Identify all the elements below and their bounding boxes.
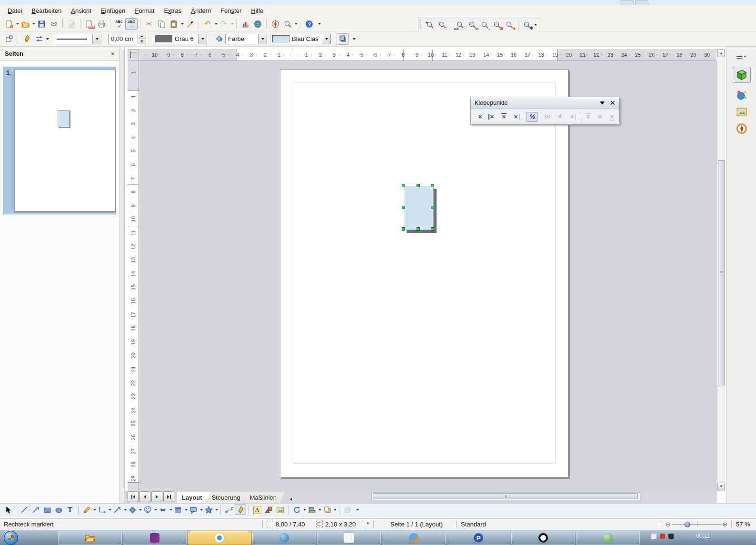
drawing-page[interactable] <box>280 69 568 477</box>
sidebar-menu-button[interactable] <box>736 53 747 60</box>
selection-handle-middle-left[interactable] <box>402 206 405 209</box>
export-pdf-button[interactable]: PDF <box>83 18 95 30</box>
insert-glue-point-button[interactable]: × <box>475 112 486 122</box>
line-width-input[interactable]: 0,00 cm <box>108 34 146 44</box>
zoom-in-icon[interactable]: ⊕ <box>722 521 727 528</box>
help-button[interactable] <box>303 18 315 30</box>
gallery-button[interactable] <box>251 18 264 30</box>
tab-layout[interactable]: Layout <box>177 492 211 503</box>
close-icon[interactable]: × <box>111 50 115 58</box>
taskbar-item-chrome[interactable] <box>188 531 251 545</box>
line-width-value[interactable]: 0,00 cm <box>109 35 138 42</box>
glue-point-relative-button[interactable]: % <box>527 112 537 122</box>
line-width-stepper[interactable] <box>138 34 146 44</box>
zoom-toolbar-overflow[interactable] <box>534 24 537 26</box>
print-button[interactable] <box>95 18 108 30</box>
curve-tool[interactable] <box>81 505 92 515</box>
selection-handle-middle-right[interactable] <box>431 206 434 209</box>
menu-einfuegen[interactable]: Einfügen <box>96 6 130 16</box>
arrow-tool[interactable] <box>30 505 41 515</box>
zoom-out-button[interactable]: − <box>436 19 448 30</box>
save-button[interactable] <box>35 18 48 30</box>
spellcheck-button[interactable]: ABC <box>113 18 125 30</box>
paste-button[interactable] <box>168 18 180 30</box>
undo-button[interactable]: ↶ <box>201 18 214 30</box>
glue-horizontal-center-button[interactable]: × <box>555 112 566 122</box>
symbol-shapes-tool[interactable]: ☺ <box>142 505 153 515</box>
zoom-slider[interactable]: ⊖ ⊕ <box>666 521 727 528</box>
previous-page-button[interactable] <box>139 491 150 502</box>
vertical-scrollbar[interactable] <box>717 49 725 491</box>
toolbar-menu-icon[interactable] <box>600 101 605 105</box>
block-arrows-tool[interactable]: ⇔ <box>157 505 169 515</box>
glue-vertical-top-button[interactable]: × <box>583 112 594 122</box>
panel-splitter[interactable] <box>120 47 125 503</box>
rectangle-tool[interactable] <box>41 505 53 515</box>
arrange-dropdown[interactable] <box>334 509 337 511</box>
taskbar-item-green-orb-app[interactable] <box>576 531 640 545</box>
basic-shapes-tool[interactable] <box>127 505 138 515</box>
menu-aendern[interactable]: Ändern <box>186 6 216 16</box>
chart-button[interactable] <box>239 18 251 30</box>
exit-direction-top-button[interactable]: × <box>498 112 509 122</box>
scroll-down-button[interactable] <box>717 483 725 490</box>
scroll-up-button[interactable] <box>717 50 725 57</box>
glue-vertical-bottom-button[interactable]: × <box>607 112 617 122</box>
line-ends-style-button[interactable] <box>33 33 45 45</box>
line-color-select[interactable]: Grau 6 <box>153 34 207 44</box>
taskbar-item-onenote[interactable] <box>123 531 187 545</box>
selection-handle-top-center[interactable] <box>417 184 420 187</box>
cut-button[interactable]: ✂ <box>143 18 155 30</box>
glue-points-button[interactable] <box>235 505 246 515</box>
position-size-button[interactable] <box>3 33 15 45</box>
edit-file-button[interactable] <box>65 18 78 30</box>
status-page[interactable]: Seite 1 / 1 (Layout) <box>390 521 443 528</box>
toolbar-overflow[interactable] <box>318 23 321 25</box>
fill-style-button[interactable] <box>213 33 225 45</box>
next-page-button[interactable] <box>151 491 162 502</box>
sidebar-tab-images[interactable] <box>733 104 751 120</box>
selection-handle-top-left[interactable] <box>402 184 405 187</box>
menu-ansicht[interactable]: Ansicht <box>66 6 96 16</box>
shadow-toggle-button[interactable] <box>337 33 349 45</box>
taskbar-item-blue-p-app[interactable]: P <box>447 531 510 545</box>
zoom-object-button[interactable]: ▣ <box>491 19 503 30</box>
navigator-button[interactable] <box>269 18 281 30</box>
copy-button[interactable] <box>155 18 168 30</box>
tray-icon-2[interactable] <box>660 534 665 539</box>
horizontal-scrollbar[interactable] <box>371 492 640 500</box>
line-style-select[interactable] <box>54 34 101 44</box>
redo-dropdown[interactable] <box>231 23 234 25</box>
first-page-button[interactable] <box>128 491 139 502</box>
glue-horizontal-right-button[interactable]: × <box>567 112 577 122</box>
glue-horizontal-left-button[interactable]: × <box>543 112 554 122</box>
menu-extras[interactable]: Extras <box>159 6 186 16</box>
menu-hilfe[interactable]: Hilfe <box>246 6 268 16</box>
zoom-100-button[interactable]: 100 <box>454 19 466 30</box>
tabbar-scroll-left[interactable] <box>290 497 292 501</box>
3d-objects-button[interactable] <box>263 505 274 515</box>
zoom-button[interactable] <box>281 18 294 30</box>
callouts-tool[interactable] <box>188 505 199 515</box>
vertical-scrollbar-thumb[interactable] <box>718 160 725 385</box>
fill-color-dropdown[interactable] <box>322 34 330 44</box>
line-color-dropdown[interactable] <box>198 34 207 44</box>
selection-handle-top-right[interactable] <box>431 184 434 187</box>
menu-bearbeiten[interactable]: Bearbeiten <box>27 6 66 16</box>
edit-points-button[interactable] <box>223 505 235 515</box>
taskbar-item-notepad[interactable] <box>317 531 381 545</box>
drawing-canvas[interactable] <box>139 61 717 491</box>
drawing-toolbar-overflow[interactable] <box>356 509 359 511</box>
fill-color-select[interactable]: Blau Clas <box>270 34 331 44</box>
menu-datei[interactable]: Datei <box>3 6 27 16</box>
sidebar-tab-navigator[interactable] <box>733 121 751 137</box>
format-paintbrush-button[interactable] <box>184 18 196 30</box>
zoom-pan-button[interactable]: ✥ <box>521 19 533 30</box>
stars-dropdown[interactable] <box>215 509 218 511</box>
open-button[interactable] <box>19 18 31 30</box>
gluepoints-toolbar-titlebar[interactable]: Klebepunkte ✕ <box>471 97 619 109</box>
menu-fenster[interactable]: Fenster <box>216 6 246 16</box>
taskbar-item-blue-swirl-app[interactable] <box>252 531 316 545</box>
exit-direction-left-button[interactable]: × <box>487 112 497 122</box>
arrange-button[interactable] <box>321 505 333 515</box>
